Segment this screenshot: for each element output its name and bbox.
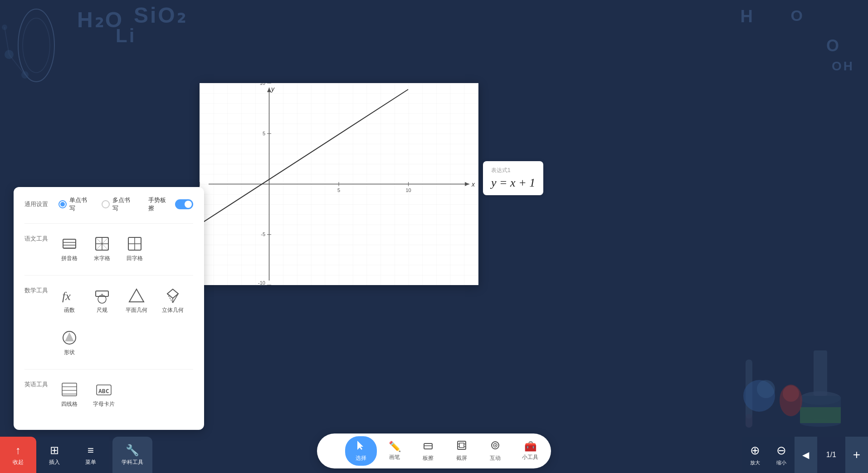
collect-label: 收起 <box>13 458 24 466</box>
svg-point-16 <box>780 384 802 416</box>
english-tools-grid: 四线格 ABC 字母卡片 <box>57 377 118 412</box>
subject-label: 学科工具 <box>122 458 143 466</box>
svg-line-61 <box>173 294 178 303</box>
expression-title: 表达式1 <box>491 167 535 174</box>
svg-point-8 <box>800 391 841 405</box>
right-controls: ⊕ 放大 ⊖ 缩小 ◀ 1/1 + <box>742 437 868 473</box>
settings-panel: 通用设置 单点书写 多点书写 手势板擦 语文工具 <box>14 187 204 430</box>
collect-icon: ↑ <box>15 444 21 457</box>
svg-text:y: y <box>271 85 275 93</box>
radio-single-point[interactable]: 单点书写 <box>59 196 93 212</box>
tool-ruler-label: 尺规 <box>97 306 107 314</box>
zoom-in-label: 放大 <box>750 459 760 466</box>
radio-single-point-label: 单点书写 <box>69 196 93 212</box>
svg-text:x: x <box>471 181 475 188</box>
svg-point-1 <box>23 18 50 73</box>
tian-icon <box>126 235 144 253</box>
tool-tian[interactable]: 田字格 <box>122 231 147 266</box>
bottom-left-buttons: ↑ 收起 ⊞ 插入 ≡ 菜单 🔧 学科工具 <box>0 437 152 473</box>
interact-label: 互动 <box>490 454 501 462</box>
pinyin-icon <box>60 235 78 253</box>
svg-rect-71 <box>424 443 432 449</box>
tool-shape-label: 形状 <box>64 349 75 356</box>
radio-dot-active <box>59 200 67 208</box>
toggle-label: 手势板擦 <box>148 196 171 212</box>
zoom-in-icon: ⊕ <box>750 443 760 458</box>
radio-multi-point-label: 多点书写 <box>112 196 136 212</box>
menu-button[interactable]: ≡ 菜单 <box>73 437 109 473</box>
svg-line-5 <box>9 54 25 75</box>
toolbar-interact[interactable]: 互动 <box>479 436 511 466</box>
center-toolbar: 选择 ✏️ 画笔 板擦 截屏 <box>317 434 551 468</box>
divider1 <box>24 223 193 224</box>
insert-button[interactable]: ⊞ 插入 <box>36 437 73 473</box>
graph-area: x y -5 5 10 5 -5 10 -10 <box>200 83 478 285</box>
english-tools-label: 英语工具 <box>24 377 49 389</box>
svg-rect-74 <box>459 443 464 448</box>
tool-pinyin-label: 拼音格 <box>61 255 78 262</box>
alphabet-card-icon: ABC <box>95 380 113 399</box>
tool-solid-geo[interactable]: 立体几何 <box>158 283 187 318</box>
collect-button[interactable]: ↑ 收起 <box>0 437 36 473</box>
toolbar-empty-slot <box>321 448 343 455</box>
prev-page-button[interactable]: ◀ <box>795 437 817 473</box>
insert-label: 插入 <box>49 458 60 466</box>
solid-geo-icon <box>164 286 182 305</box>
erase-label: 板擦 <box>423 454 434 462</box>
menu-label: 菜单 <box>85 458 96 466</box>
svg-text:ABC: ABC <box>98 388 109 394</box>
toolbar-tools[interactable]: 🧰 小工具 <box>513 437 547 465</box>
toolbar-erase[interactable]: 板擦 <box>412 436 444 466</box>
svg-text:10: 10 <box>260 83 265 86</box>
svg-text:-5: -5 <box>261 232 265 237</box>
tool-alphabet-card[interactable]: ABC 字母卡片 <box>89 377 118 412</box>
tool-pinyin[interactable]: 拼音格 <box>57 231 82 266</box>
tool-plane-geo[interactable]: 平面几何 <box>122 283 151 318</box>
zoom-out-label: 缩小 <box>776 459 786 466</box>
chinese-tools-grid: 拼音格 米字格 <box>57 231 147 266</box>
ruler-icon <box>93 286 111 305</box>
tools-label: 小工具 <box>522 453 538 461</box>
tool-function[interactable]: fx 函数 <box>57 283 82 318</box>
svg-point-0 <box>18 9 54 82</box>
add-page-icon: + <box>853 448 860 462</box>
fourline-icon <box>60 380 78 399</box>
zoom-in-button[interactable]: ⊕ 放大 <box>742 437 768 473</box>
add-page-button[interactable]: + <box>845 437 868 473</box>
select-label: 选择 <box>356 454 366 462</box>
radio-multi-point[interactable]: 多点书写 <box>102 196 136 212</box>
toolbar-select[interactable]: 选择 <box>345 436 377 466</box>
divider3 <box>24 369 193 370</box>
svg-point-17 <box>783 385 799 402</box>
math-tools-label: 数学工具 <box>24 283 49 295</box>
svg-text:5: 5 <box>337 187 340 193</box>
select-icon <box>356 440 366 453</box>
svg-rect-9 <box>800 396 841 423</box>
svg-rect-12 <box>746 360 752 419</box>
erase-icon <box>423 440 434 453</box>
svg-rect-41 <box>63 239 76 248</box>
svg-text:-10: -10 <box>258 280 265 285</box>
svg-marker-63 <box>65 332 74 341</box>
svg-point-3 <box>21 71 29 79</box>
capture-label: 截屏 <box>456 454 467 462</box>
math-tools-grid: fx 函数 尺规 <box>57 283 193 360</box>
toolbar-draw[interactable]: ✏️ 画笔 <box>379 437 410 465</box>
svg-point-2 <box>5 50 14 59</box>
svg-point-4 <box>2 25 7 30</box>
tool-fourline[interactable]: 四线格 <box>57 377 82 412</box>
tool-mi[interactable]: 米字格 <box>89 231 115 266</box>
toolbar-capture[interactable]: 截屏 <box>446 436 478 466</box>
tool-ruler[interactable]: 尺规 <box>89 283 115 318</box>
capture-icon <box>456 440 467 453</box>
svg-point-10 <box>800 419 841 427</box>
divider2 <box>24 275 193 276</box>
subject-tool-button[interactable]: 🔧 学科工具 <box>112 437 152 473</box>
tool-shape[interactable]: 形状 <box>57 325 82 360</box>
radio-group: 单点书写 多点书写 <box>59 196 136 212</box>
radio-dot-inactive <box>102 200 110 208</box>
tool-alphabet-card-label: 字母卡片 <box>93 400 115 408</box>
gesture-toggle[interactable] <box>175 199 193 209</box>
chinese-tools-section: 语文工具 拼音格 <box>24 231 193 266</box>
zoom-out-button[interactable]: ⊖ 缩小 <box>768 437 795 473</box>
